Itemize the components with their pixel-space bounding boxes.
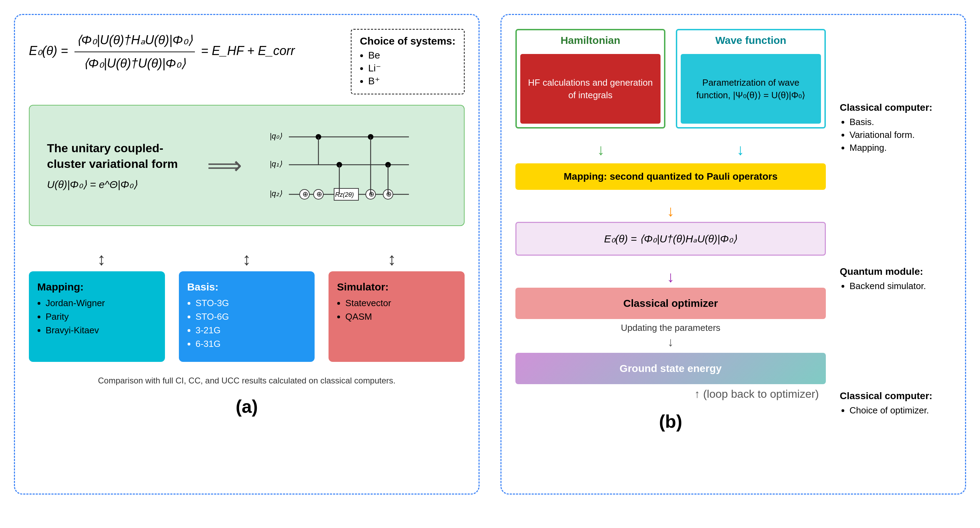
hf-box: HF calculations and generation of integr… [520,54,660,124]
hamiltonian-box: Hamiltonian HF calculations and generati… [515,29,665,129]
svg-text:⊕: ⊕ [386,190,392,198]
optimizer-box: Classical optimizer [515,288,826,319]
svg-text:|q₁⟩: |q₁⟩ [270,160,282,168]
bi-arrow-2: ↕ [242,249,251,269]
mapping-list: Jordan-Wigner Parity Bravyi-Kitaev [37,298,157,336]
top-two: Hamiltonian HF calculations and generati… [515,29,826,129]
choice-item-be: Be [368,50,455,61]
side-section-quantum: Quantum module: Backend simulator. [840,266,951,294]
bi-arrow-1: ↕ [97,249,106,269]
basis-box: Basis: STO-3G STO-6G 3-21G 6-31G [179,271,315,362]
panel-b-inner: Hamiltonian HF calculations and generati… [515,29,951,432]
green-box: The unitary coupled-cluster variational … [29,105,465,226]
arrows-row: ↕ ↕ ↕ [29,247,465,271]
quantum-list: Backend simulator. [840,281,951,292]
loop-arrow: ↑ (loop back to optimizer) [695,388,819,400]
classical-list-2: Choice of optimizer. [840,405,951,416]
mapping-box: Mapping: Jordan-Wigner Parity Bravyi-Kit… [29,271,165,362]
formula-section: E₀(θ) = ⟨Φ₀|U(θ)†HₐU(θ)|Φ₀⟩ ⟨Φ₀|U(θ)†U(θ… [29,29,465,94]
bi-arrow-3: ↕ [388,249,396,269]
arrow-wf-down: ↓ [737,141,745,158]
panel-b-side: Classical computer: Basis. Variational f… [840,29,951,432]
choice-list: Be Li⁻ B⁺ [360,50,455,87]
choice-item-b: B⁺ [368,75,455,87]
panel-a-label: (a) [29,396,465,417]
footer-text: Comparison with full CI, CC, and UCC res… [29,376,465,386]
side-section-classical-2: Classical computer: Choice of optimizer. [840,391,951,418]
arrow-right: ⟹ [200,151,249,180]
energy-formula: E₀(θ) = ⟨Φ₀|U(θ)†HₐU(θ)|Φ₀⟩ ⟨Φ₀|U(θ)†U(θ… [29,29,295,75]
basis-list: STO-3G STO-6G 3-21G 6-31G [187,298,307,349]
energy-box: E₀(θ) = ⟨Φ₀|U†(θ)HₐU(θ)|Φ₀⟩ [515,222,826,256]
svg-text:⊕: ⊕ [369,190,374,198]
svg-text:|q₂⟩: |q₂⟩ [270,189,282,198]
circuit-diagram: |q₀⟩ |q₁⟩ |q₂⟩ ⊕ [270,120,447,211]
green-box-left: The unitary coupled-cluster variational … [47,140,179,190]
side-section-classical-1: Classical computer: Basis. Variational f… [840,102,951,155]
panel-b-label: (b) [515,411,826,432]
svg-text:⊕: ⊕ [302,190,308,198]
simulator-list: Statevector QASM [337,298,456,322]
svg-text:|q₀⟩: |q₀⟩ [270,132,282,140]
arrow-energy-down: ↓ [515,268,826,286]
ground-state-box: Ground state energy [515,353,826,384]
arrow-mapping-down: ↓ [515,203,826,220]
updating-label: Updating the parameters ↓ [515,322,826,349]
mapping-bar: Mapping: second quantized to Pauli opera… [515,163,826,190]
param-box: Parametrization of wave function, |Ψ₀(θ)… [681,54,821,124]
arrow-hf-down: ↓ [597,141,605,158]
panel-b: Hamiltonian HF calculations and generati… [500,14,966,495]
panel-b-main: Hamiltonian HF calculations and generati… [515,29,826,432]
choice-item-li: Li⁻ [368,62,455,74]
choice-box: Choice of systems: Be Li⁻ B⁺ [351,29,465,94]
svg-text:⊕: ⊕ [317,190,322,198]
main-container: E₀(θ) = ⟨Φ₀|U(θ)†HₐU(θ)|Φ₀⟩ ⟨Φ₀|U(θ)†U(θ… [14,14,966,514]
simulator-box: Simulator: Statevector QASM [329,271,465,362]
classical-list-1: Basis. Variational form. Mapping. [840,116,951,153]
three-boxes: Mapping: Jordan-Wigner Parity Bravyi-Kit… [29,271,465,362]
panel-a: E₀(θ) = ⟨Φ₀|U(θ)†HₐU(θ)|Φ₀⟩ ⟨Φ₀|U(θ)†U(θ… [14,14,480,495]
svg-text:Rz(2θ): Rz(2θ) [335,191,354,198]
wavefunction-box: Wave function Parametrization of wave fu… [676,29,826,129]
